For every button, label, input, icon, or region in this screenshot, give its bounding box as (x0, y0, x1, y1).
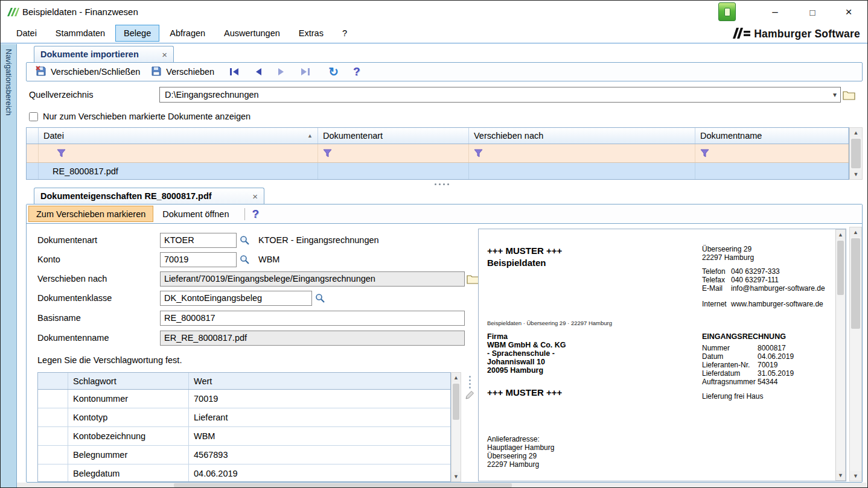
konto-lookup-button[interactable] (237, 252, 252, 267)
maximize-button[interactable]: □ (795, 1, 830, 24)
scroll-down-icon[interactable]: ▼ (452, 472, 461, 481)
move-close-button[interactable]: Verschieben/Schließen (30, 63, 145, 81)
vertical-splitter-handle[interactable] (468, 375, 472, 390)
list-item[interactable]: Kontotyp Lieferant (38, 408, 450, 427)
last-record-button[interactable] (300, 68, 310, 76)
invoice-note: Lieferung frei Haus (702, 392, 794, 401)
field-row-dokumentenklasse: Dokumentenklasse (37, 290, 328, 306)
dokumentenklasse-label: Dokumentenklasse (37, 293, 160, 303)
next-record-button[interactable] (277, 68, 286, 76)
kw-column-schlagwort[interactable]: Schlagwort (68, 373, 189, 389)
menu-item-help[interactable]: ? (334, 25, 356, 42)
preview-scrollbar[interactable]: ▲ ▼ (835, 229, 846, 481)
column-header-verschieben-nach[interactable]: Verschieben nach (469, 128, 695, 144)
horizontal-splitter[interactable] (17, 182, 867, 186)
previous-record-button[interactable] (254, 68, 263, 76)
minimize-button[interactable]: – (758, 1, 793, 24)
open-document-button[interactable]: Dokument öffnen (153, 206, 238, 222)
list-item[interactable]: Kontonummer 70019 (38, 390, 450, 408)
dropdown-arrow-icon[interactable]: ▾ (829, 90, 840, 99)
kw-marker-cell (38, 390, 68, 408)
tab-close-icon[interactable]: × (246, 191, 258, 201)
navigation-panel-label: Navigationsbereich (4, 49, 13, 116)
keywords-scrollbar[interactable]: ▲ ▼ (451, 372, 461, 482)
filter-cell-verschieben-nach[interactable] (469, 144, 695, 162)
list-item[interactable]: Belegdatum 04.06.2019 (38, 464, 450, 482)
horizontal-scrollbar[interactable] (17, 483, 867, 488)
panel-scrollbar[interactable]: ▲ ▼ (849, 227, 862, 481)
basisname-input[interactable] (160, 311, 465, 326)
refresh-icon[interactable]: ↻ (328, 65, 339, 79)
scroll-up-icon[interactable]: ▲ (452, 373, 461, 382)
dokumentenklasse-lookup-button[interactable] (312, 291, 328, 305)
tab-close-icon[interactable]: × (156, 49, 167, 60)
kw-column-wert[interactable]: Wert (189, 373, 450, 389)
documents-table: Datei ▲ Dokumentenart Verschieben nach D… (26, 127, 849, 180)
menu-item-abfragen[interactable]: Abfragen (161, 25, 214, 42)
column-header-datei[interactable]: Datei ▲ (39, 128, 318, 144)
keywords-header: Schlagwort Wert (38, 373, 450, 390)
documents-table-scrollbar[interactable]: ▲ ▼ (849, 127, 863, 180)
source-directory-input[interactable] (160, 90, 829, 100)
field-row-konto: Konto WBM (37, 252, 279, 267)
dokumentenart-lookup-button[interactable] (237, 233, 252, 247)
scrollbar-track (850, 237, 861, 471)
invoice-line: Lieferanten-Nr.70019 (702, 361, 794, 369)
contact-line-internet: Internetwww.hamburger-software.de (702, 300, 823, 308)
tab-dokumenteigenschaften[interactable]: Dokumenteigenschaften RE_8000817.pdf × (34, 188, 264, 204)
muster-line: +++ MUSTER +++ (487, 245, 562, 257)
mark-for-move-button[interactable]: Zum Verschieben markieren (28, 206, 153, 222)
marked-only-checkbox[interactable] (29, 112, 38, 121)
dokumentenart-input[interactable] (160, 233, 237, 248)
preview-muster-mid: +++ MUSTER +++ (487, 387, 562, 398)
scrollbar-thumb[interactable] (453, 384, 459, 420)
browse-folder-button[interactable] (841, 87, 857, 102)
scroll-up-icon[interactable]: ▲ (850, 227, 861, 237)
properties-panel: Zum Verschieben markieren Dokument öffne… (26, 204, 863, 483)
scroll-down-icon[interactable]: ▼ (850, 170, 862, 179)
first-record-button[interactable] (229, 68, 240, 76)
license-status-button[interactable] (718, 2, 736, 21)
konto-input[interactable] (160, 252, 237, 267)
scroll-up-icon[interactable]: ▲ (836, 230, 845, 239)
scrollbar-thumb[interactable] (851, 238, 860, 329)
scroll-down-icon[interactable]: ▼ (836, 471, 845, 480)
column-label: Datei (43, 131, 64, 141)
filter-cell-datei[interactable] (39, 144, 318, 162)
column-label: Dokumentenart (323, 131, 383, 141)
scrollbar-thumb[interactable] (837, 241, 844, 295)
menu-item-stammdaten[interactable]: Stammdaten (47, 25, 113, 42)
menu-item-extras[interactable]: Extras (290, 25, 332, 42)
column-header-dokumentenart[interactable]: Dokumentenart (318, 128, 469, 144)
dokumentenklasse-input[interactable] (160, 291, 312, 306)
column-label: Dokumentname (700, 131, 762, 141)
dokumentenname-input (160, 331, 465, 346)
menu-item-belege[interactable]: Belege (115, 25, 159, 42)
filter-cell-dokumentenart[interactable] (318, 144, 469, 162)
list-item[interactable]: Belegnummer 4567893 (38, 446, 450, 464)
scrollbar-thumb[interactable] (851, 139, 861, 168)
help-icon[interactable]: ? (252, 208, 260, 221)
menu-item-datei[interactable]: Datei (8, 25, 45, 42)
navigation-panel-collapsed[interactable]: Navigationsbereich (1, 44, 17, 487)
keywords-heading: Legen Sie die Verschlagwortung fest. (37, 355, 182, 365)
brand-name: Hamburger Software (754, 28, 860, 40)
column-header-dokumentname[interactable]: Dokumentname (695, 128, 849, 144)
tab-dokumente-importieren[interactable]: Dokumente importieren × (34, 46, 174, 62)
scrollbar-thumb[interactable] (174, 483, 512, 487)
scroll-up-icon[interactable]: ▲ (850, 128, 862, 138)
edit-keywords-button[interactable] (465, 390, 474, 402)
list-item[interactable]: Kontobezeichnung WBM (38, 427, 450, 446)
help-icon[interactable]: ? (353, 65, 360, 78)
move-button[interactable]: Verschieben (145, 63, 220, 81)
table-row[interactable]: RE_8000817.pdf (27, 163, 849, 179)
scroll-down-icon[interactable]: ▼ (850, 471, 861, 481)
verschieben-nach-label: Verschieben nach (37, 274, 160, 284)
toolbar-separator (244, 208, 245, 220)
filter-cell-dokumentname[interactable] (695, 144, 849, 162)
menu-item-auswertungen[interactable]: Auswertungen (215, 25, 289, 42)
close-button[interactable]: × (831, 1, 866, 24)
source-directory-combobox[interactable]: ▾ (159, 87, 841, 103)
document-preview[interactable]: +++ MUSTER +++ Beispieldaten Überseering… (478, 229, 846, 481)
contact-line: Telefon040 63297-333 (702, 267, 825, 276)
